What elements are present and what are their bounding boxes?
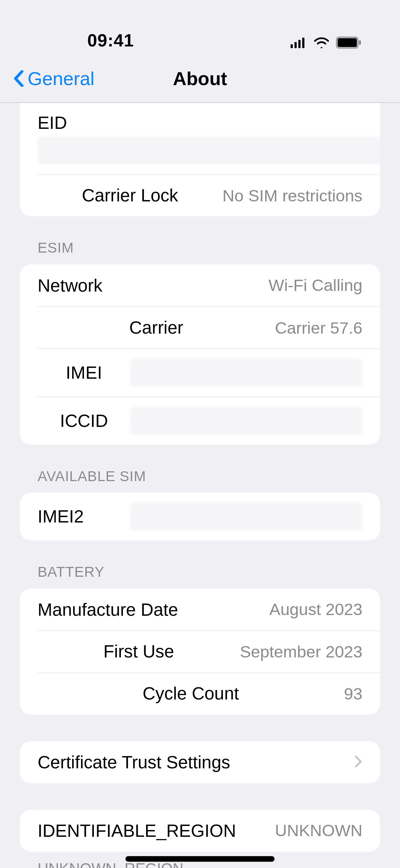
row-label: EID (38, 113, 67, 133)
status-indicators (291, 37, 367, 51)
status-bar: 09:41 (0, 0, 400, 55)
row-imei[interactable]: IMEI (38, 349, 380, 397)
row-label: Carrier Lock (82, 185, 178, 205)
row-cert-trust[interactable]: Certificate Trust Settings (20, 741, 380, 783)
redacted-value (130, 407, 362, 435)
footer-text: UNKNOWN_REGION (38, 861, 184, 868)
back-button[interactable]: General (13, 68, 94, 90)
row-network[interactable]: Network Wi-Fi Calling (20, 264, 380, 307)
row-label: IMEI (66, 362, 102, 383)
back-label: General (28, 68, 94, 90)
row-label: Carrier (129, 317, 184, 338)
svg-rect-5 (338, 38, 357, 47)
row-region[interactable]: IDENTIFIABLE_REGION UNKNOWN (20, 810, 380, 852)
chevron-right-icon (355, 753, 362, 771)
svg-rect-3 (302, 38, 304, 48)
row-label: Network (38, 275, 102, 296)
row-value: August 2023 (269, 600, 362, 619)
cellular-icon (291, 37, 307, 50)
row-first-use[interactable]: First Use September 2023 (38, 631, 380, 673)
region-group: IDENTIFIABLE_REGION UNKNOWN (20, 810, 380, 852)
available-sim-group: IMEI2 (20, 493, 380, 540)
about-top-group: EID Carrier Lock No SIM restrictions (20, 103, 380, 216)
row-label: Cycle Count (143, 684, 239, 704)
group-header-esim: ESIM (0, 216, 400, 264)
wifi-icon (314, 37, 330, 50)
row-value: 93 (344, 685, 362, 703)
group-header-battery: BATTERY (0, 540, 400, 589)
chevron-left-icon (13, 68, 24, 90)
row-label: Manufacture Date (38, 599, 178, 619)
row-manufacture-date[interactable]: Manufacture Date August 2023 (20, 589, 380, 631)
nav-bar: General About (0, 55, 400, 103)
row-imei2[interactable]: IMEI2 (20, 493, 380, 540)
row-value: Wi-Fi Calling (269, 276, 362, 295)
home-indicator (125, 856, 274, 862)
svg-rect-6 (359, 40, 361, 45)
row-value: No SIM restrictions (223, 186, 362, 205)
row-cycle-count[interactable]: Cycle Count 93 (38, 673, 380, 715)
cert-group: Certificate Trust Settings (20, 741, 380, 783)
row-carrier-lock[interactable]: Carrier Lock No SIM restrictions (38, 174, 380, 216)
row-label: ICCID (60, 411, 108, 431)
row-label: IDENTIFIABLE_REGION (38, 821, 236, 841)
redacted-value (130, 359, 362, 387)
battery-icon (336, 37, 361, 51)
redacted-value (130, 503, 362, 531)
svg-rect-0 (291, 44, 293, 48)
row-carrier[interactable]: Carrier Carrier 57.6 (38, 307, 380, 349)
row-value: Carrier 57.6 (275, 318, 362, 337)
esim-group: Network Wi-Fi Calling Carrier Carrier 57… (20, 264, 380, 445)
battery-group: Manufacture Date August 2023 First Use S… (20, 589, 380, 715)
row-eid[interactable]: EID (20, 103, 380, 174)
redacted-value (38, 137, 380, 164)
row-label: Certificate Trust Settings (38, 752, 230, 772)
svg-rect-2 (298, 40, 301, 48)
row-label: IMEI2 (38, 506, 84, 527)
row-label: First Use (103, 642, 174, 662)
row-value: September 2023 (240, 643, 362, 661)
row-value: UNKNOWN (275, 821, 362, 840)
status-time: 09:41 (33, 31, 291, 51)
svg-rect-1 (294, 42, 297, 48)
row-iccid[interactable]: ICCID (38, 397, 380, 445)
group-header-available-sim: AVAILABLE SIM (0, 445, 400, 493)
